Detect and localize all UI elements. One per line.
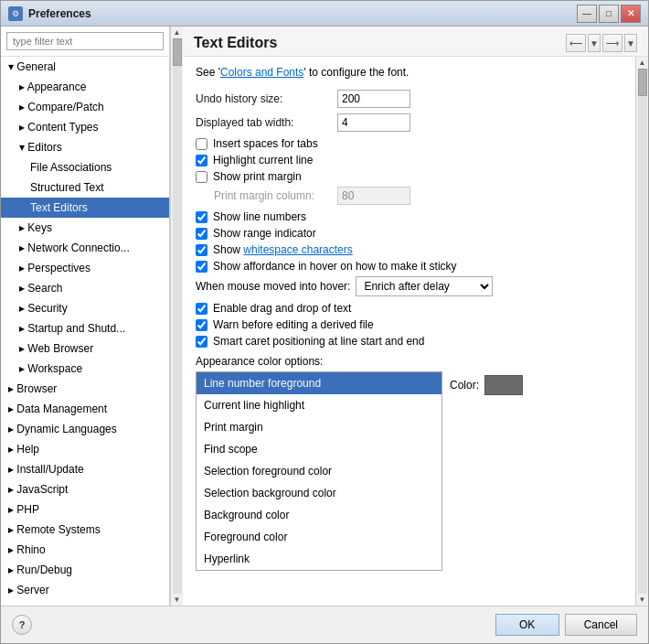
- sidebar-item-perspectives[interactable]: ▸ Perspectives: [1, 258, 169, 278]
- highlight-line-row: Highlight current line: [196, 154, 622, 166]
- sidebar-item-startup-shutdown[interactable]: ▸ Startup and Shutd...: [1, 318, 169, 338]
- sidebar-item-appearance[interactable]: ▸ Appearance: [1, 77, 169, 97]
- nav-forward-dropdown[interactable]: ▼: [624, 34, 637, 52]
- sidebar-item-remote-systems[interactable]: ▸ Remote Systems: [1, 520, 169, 540]
- tab-width-row: Displayed tab width:: [196, 113, 622, 132]
- show-whitespace-label: Show whitespace characters: [213, 243, 353, 256]
- sidebar-item-keys[interactable]: ▸ Keys: [1, 218, 169, 238]
- enable-drag-checkbox[interactable]: [196, 303, 207, 315]
- main-scrollbar-thumb[interactable]: [638, 69, 647, 96]
- show-line-numbers-checkbox[interactable]: [196, 211, 207, 223]
- sidebar-item-structured-text[interactable]: Structured Text: [1, 177, 169, 198]
- hover-row: When mouse moved into hover: Enrich afte…: [196, 276, 622, 296]
- sidebar-item-php[interactable]: ▸ PHP: [1, 499, 169, 520]
- main-scroll-up-icon[interactable]: ▲: [639, 59, 646, 67]
- nav-forward-button[interactable]: ⟶: [602, 34, 622, 52]
- sidebar-item-browser[interactable]: ▸ Browser: [1, 379, 169, 399]
- title-bar-left: ⚙ Preferences: [8, 6, 91, 21]
- title-controls: — □ ✕: [577, 5, 641, 23]
- colors-fonts-link[interactable]: Colors and Fonts: [220, 66, 303, 79]
- sidebar-item-install-update[interactable]: ▸ Install/Update: [1, 459, 169, 479]
- smart-caret-row: Smart caret positioning at line start an…: [196, 335, 622, 348]
- warn-derived-row: Warn before editing a derived file: [196, 318, 622, 331]
- sidebar-item-web-browser[interactable]: ▸ Web Browser: [1, 338, 169, 359]
- sidebar-item-help[interactable]: ▸ Help: [1, 439, 169, 459]
- tab-width-label: Displayed tab width:: [196, 116, 337, 129]
- show-margin-checkbox[interactable]: [196, 171, 207, 183]
- color-item-foreground[interactable]: Foreground color: [197, 526, 442, 548]
- show-range-row: Show range indicator: [196, 227, 622, 240]
- color-label: Color:: [450, 379, 479, 392]
- sidebar-item-search[interactable]: ▸ Search: [1, 278, 169, 298]
- sidebar-item-text-editors[interactable]: Text Editors: [1, 198, 169, 218]
- color-item-find-scope[interactable]: Find scope: [197, 438, 442, 460]
- highlight-line-checkbox[interactable]: [196, 155, 207, 166]
- cancel-button[interactable]: Cancel: [565, 614, 637, 636]
- ok-button[interactable]: OK: [495, 614, 559, 636]
- filter-input[interactable]: [6, 32, 164, 50]
- undo-history-row: Undo history size:: [196, 90, 622, 108]
- enable-drag-row: Enable drag and drop of text: [196, 302, 622, 315]
- sidebar-item-server[interactable]: ▸ Server: [1, 580, 169, 600]
- bottom-bar: ? OK Cancel: [1, 606, 648, 643]
- dialog-buttons: OK Cancel: [495, 614, 637, 636]
- color-item-current-line[interactable]: Current line highlight: [197, 394, 442, 416]
- color-item-print-margin[interactable]: Print margin: [197, 416, 442, 438]
- color-item-selection-fg[interactable]: Selection foreground color: [197, 460, 442, 482]
- sidebar-item-data-management[interactable]: ▸ Data Management: [1, 399, 169, 419]
- sidebar-item-javascript[interactable]: ▸ JavaScript: [1, 479, 169, 499]
- whitespace-link[interactable]: whitespace characters: [243, 243, 352, 256]
- insert-spaces-checkbox[interactable]: [196, 138, 207, 150]
- smart-caret-checkbox[interactable]: [196, 336, 207, 348]
- font-hint-prefix: See ': [196, 66, 220, 79]
- sidebar-item-run-debug[interactable]: ▸ Run/Debug: [1, 560, 169, 580]
- color-item-background[interactable]: Background color: [197, 504, 442, 526]
- page-title: Text Editors: [194, 35, 277, 51]
- main-content-area: ▾ General▸ Appearance▸ Compare/Patch▸ Co…: [1, 27, 648, 606]
- sidebar-item-workspace[interactable]: ▸ Workspace: [1, 359, 169, 379]
- maximize-button[interactable]: □: [599, 5, 619, 23]
- nav-back-dropdown[interactable]: ▼: [588, 34, 601, 52]
- sidebar-tree: ▾ General▸ Appearance▸ Compare/Patch▸ Co…: [1, 57, 169, 606]
- font-hint-suffix: ' to configure the font.: [303, 66, 409, 79]
- scrollbar-thumb[interactable]: [173, 38, 182, 66]
- show-affordance-checkbox[interactable]: [196, 261, 207, 273]
- scrollbar-track: [173, 38, 182, 594]
- color-item-selection-bg[interactable]: Selection background color: [197, 482, 442, 504]
- show-range-checkbox[interactable]: [196, 228, 207, 240]
- insert-spaces-row: Insert spaces for tabs: [196, 137, 622, 150]
- sidebar-item-security[interactable]: ▸ Security: [1, 298, 169, 318]
- sidebar-item-network-connections[interactable]: ▸ Network Connectio...: [1, 238, 169, 258]
- tab-width-input[interactable]: [337, 113, 410, 132]
- show-affordance-row: Show affordance in hover on how to make …: [196, 260, 622, 273]
- close-button[interactable]: ✕: [621, 5, 641, 23]
- sidebar-item-compare-patch[interactable]: ▸ Compare/Patch: [1, 97, 169, 117]
- sidebar-item-general[interactable]: ▾ General: [1, 57, 169, 77]
- margin-column-row: Print margin column:: [196, 187, 622, 205]
- color-item-hyperlink[interactable]: Hyperlink: [197, 548, 442, 570]
- main-scroll-down-icon[interactable]: ▼: [639, 596, 646, 604]
- sidebar-item-file-associations[interactable]: File Associations: [1, 157, 169, 177]
- sidebar-item-content-types[interactable]: ▸ Content Types: [1, 117, 169, 137]
- sidebar-scrollbar[interactable]: ▲ ▼: [170, 27, 183, 606]
- scroll-up-icon[interactable]: ▲: [174, 28, 181, 37]
- help-button[interactable]: ?: [12, 615, 32, 635]
- undo-history-label: Undo history size:: [196, 92, 337, 105]
- color-list: Line number foregroundCurrent line highl…: [196, 371, 442, 571]
- sidebar-item-editors[interactable]: ▾ Editors: [1, 137, 169, 157]
- color-item-line-number-fg[interactable]: Line number foreground: [197, 372, 442, 394]
- sidebar-item-rhino[interactable]: ▸ Rhino: [1, 540, 169, 560]
- hover-label: When mouse moved into hover:: [196, 280, 350, 293]
- show-whitespace-checkbox[interactable]: [196, 244, 207, 256]
- scroll-down-icon[interactable]: ▼: [174, 596, 181, 604]
- nav-back-button[interactable]: ⟵: [566, 34, 586, 52]
- color-swatch[interactable]: [484, 375, 523, 395]
- warn-derived-label: Warn before editing a derived file: [213, 318, 374, 331]
- preferences-window: ⚙ Preferences — □ ✕ ▾ General▸ Appearanc…: [0, 0, 649, 644]
- undo-history-input[interactable]: [337, 90, 410, 108]
- warn-derived-checkbox[interactable]: [196, 319, 207, 331]
- minimize-button[interactable]: —: [577, 5, 597, 23]
- hover-select[interactable]: Enrich after delay Enrich immediately Ne…: [356, 276, 493, 296]
- sidebar-item-dynamic-languages[interactable]: ▸ Dynamic Languages: [1, 419, 169, 439]
- main-panel-scrollbar[interactable]: ▲ ▼: [635, 57, 648, 606]
